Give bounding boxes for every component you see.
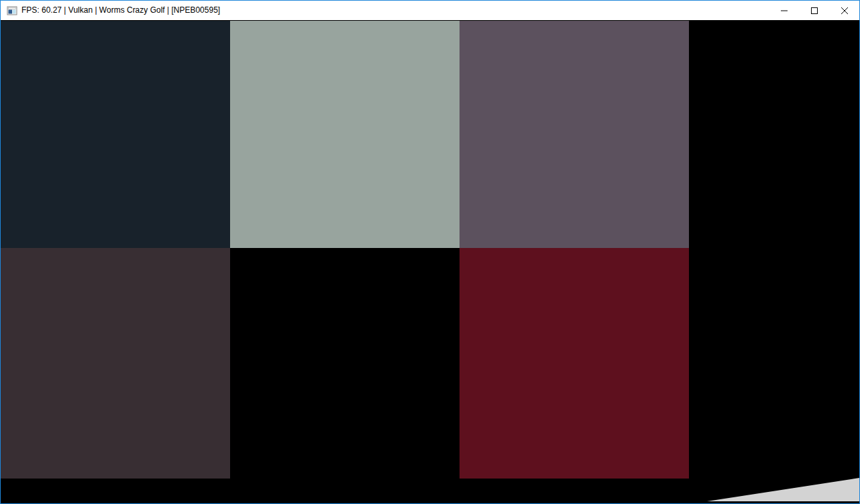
titlebar[interactable]: FPS: 60.27 | Vulkan | Worms Crazy Golf |…: [1, 1, 859, 20]
window-title: FPS: 60.27 | Vulkan | Worms Crazy Golf |…: [21, 1, 220, 20]
minimize-button[interactable]: [769, 1, 799, 20]
app-window-icon: [7, 5, 17, 16]
minimize-icon: [781, 7, 788, 14]
game-quad-top-middle: [230, 21, 460, 248]
maximize-icon: [811, 7, 818, 14]
emulator-window: FPS: 60.27 | Vulkan | Worms Crazy Golf |…: [0, 0, 860, 504]
game-quad-top-right: [460, 21, 689, 248]
close-icon: [841, 7, 848, 14]
close-button[interactable]: [829, 1, 859, 20]
game-wedge-shape: [707, 478, 859, 501]
maximize-button[interactable]: [799, 1, 829, 20]
game-quad-top-left: [1, 21, 230, 248]
game-quad-bottom-right: [460, 248, 689, 479]
game-viewport: [1, 20, 859, 503]
game-quad-bottom-left: [1, 248, 230, 479]
